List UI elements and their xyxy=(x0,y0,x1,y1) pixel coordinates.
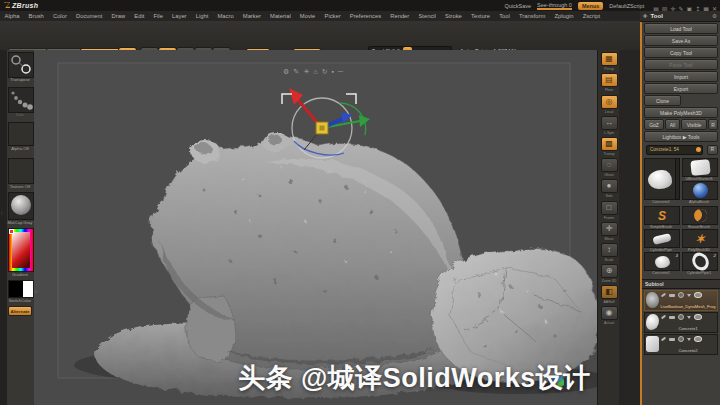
texture-thumb[interactable] xyxy=(8,158,34,184)
menu-item[interactable]: Stroke xyxy=(440,13,466,19)
move-doc-button[interactable]: ✛ Move xyxy=(598,222,620,241)
zoom3d-button[interactable]: ⊕ Zoom 3D xyxy=(598,264,620,283)
light-icon[interactable]: ☀ xyxy=(303,68,309,76)
menu-item[interactable]: Stencil xyxy=(414,13,441,19)
menu-item[interactable]: Layer xyxy=(167,13,191,19)
boolean-sub-icon[interactable] xyxy=(687,316,691,319)
uv-map-icon[interactable] xyxy=(669,316,675,319)
frame-button[interactable]: □ Frame xyxy=(598,201,620,220)
menu-item[interactable]: Draw xyxy=(107,13,130,19)
menu-item[interactable]: Macro xyxy=(213,13,238,19)
material-thumb[interactable] xyxy=(8,192,34,220)
visibility-eye-icon[interactable] xyxy=(694,336,702,342)
ghost-button[interactable]: ◌ Ghost xyxy=(598,158,620,177)
alpha-off-label[interactable]: Alpha Off xyxy=(7,146,33,151)
goz-r-button[interactable]: R xyxy=(708,119,718,130)
uv-map-icon[interactable] xyxy=(669,294,675,297)
menu-item[interactable]: Light xyxy=(191,13,213,19)
collapse-icon[interactable]: ─ xyxy=(338,68,343,76)
reset-view-icon[interactable]: ↻ xyxy=(322,68,328,76)
menu-item[interactable]: Texture xyxy=(466,13,494,19)
tool-item[interactable]: S xyxy=(644,206,680,225)
current-tool-thumb[interactable] xyxy=(644,158,676,200)
alternate-button[interactable]: Alternate xyxy=(8,306,32,316)
visibility-eye-icon[interactable] xyxy=(694,292,702,298)
tool-item[interactable] xyxy=(682,158,718,177)
menu-item[interactable]: Transform xyxy=(514,13,549,19)
subtool-row[interactable]: LiveBoolean_DynaMesh_Frog xyxy=(644,290,718,311)
tool-item[interactable] xyxy=(644,229,680,248)
boolean-mode-icon[interactable] xyxy=(678,314,684,320)
load-tool-button[interactable]: Load Tool xyxy=(644,23,718,34)
menus-button[interactable]: Menus xyxy=(578,2,603,10)
stroke-thumb[interactable] xyxy=(8,87,34,113)
pen-icon[interactable]: ✎ xyxy=(293,68,299,76)
menu-item[interactable]: File xyxy=(149,13,168,19)
menu-item[interactable]: Brush xyxy=(24,13,48,19)
transpose-brush-thumb[interactable] xyxy=(8,52,34,78)
menu-item[interactable]: Tool xyxy=(495,13,515,19)
gradient-label[interactable]: Gradient xyxy=(7,272,33,277)
polypaint-brush-icon[interactable] xyxy=(661,337,666,342)
subtool-row[interactable]: Concrete1 xyxy=(644,312,718,333)
tool-item[interactable]: 3 xyxy=(644,252,680,271)
alpha-thumb[interactable] xyxy=(8,122,34,146)
menu-item[interactable]: Material xyxy=(265,13,295,19)
home-icon[interactable]: ⌂ xyxy=(313,68,317,76)
floor-button[interactable]: ▤ Floor xyxy=(598,73,620,92)
scale-doc-button[interactable]: ↕ Scale xyxy=(598,243,620,262)
default-zscript-button[interactable]: DefaultZScript xyxy=(609,3,644,9)
import-button[interactable]: Import xyxy=(644,71,718,82)
tool-item[interactable] xyxy=(682,181,718,200)
lock-icon[interactable]: ▪ xyxy=(332,68,334,76)
save-as-button[interactable]: Save As xyxy=(644,35,718,46)
visibility-eye-icon[interactable] xyxy=(694,314,702,320)
lsym-button[interactable]: ↔ L.Sym xyxy=(598,116,620,135)
tool-item[interactable]: 2 xyxy=(682,252,718,271)
boolean-sub-icon[interactable] xyxy=(687,338,691,341)
polypaint-brush-icon[interactable] xyxy=(661,293,666,298)
left-divider-strip[interactable]: ⁞ xyxy=(0,50,7,405)
boolean-mode-icon[interactable] xyxy=(678,336,684,342)
lightbox-tools-button[interactable]: Lightbox ▶ Tools xyxy=(644,131,718,142)
menu-item[interactable]: Edit xyxy=(130,13,149,19)
goz-button[interactable]: GoZ xyxy=(644,119,664,130)
color-picker[interactable] xyxy=(8,228,34,272)
current-tool-slider[interactable]: Concrete1. 54 xyxy=(646,145,703,155)
gear-icon[interactable]: ⚙ xyxy=(283,68,289,76)
see-through-slider[interactable]: See-through 0 xyxy=(537,2,572,10)
menu-item[interactable]: Document xyxy=(71,13,107,19)
goz-all-button[interactable]: All xyxy=(665,119,680,130)
menu-item[interactable]: Picker xyxy=(320,13,345,19)
boolean-mode-icon[interactable] xyxy=(678,292,684,298)
subtool-row[interactable]: Concrete2 xyxy=(644,334,718,355)
texture-off-label[interactable]: Texture Off xyxy=(7,184,33,189)
main-color-swatch[interactable] xyxy=(8,280,34,298)
menu-item[interactable]: Zscript xyxy=(578,13,605,19)
actual-button[interactable]: ◉ Actual xyxy=(598,306,620,325)
sculpt-canvas[interactable] xyxy=(34,50,597,405)
persp-button[interactable]: ▦ Persp xyxy=(598,52,620,71)
gear-icon[interactable]: ⚙ xyxy=(712,13,717,19)
secondary-color-swatch[interactable] xyxy=(23,281,33,297)
menu-item[interactable]: Color xyxy=(48,13,71,19)
uv-map-icon[interactable] xyxy=(669,338,675,341)
menu-item[interactable]: Marker xyxy=(238,13,265,19)
quicksave-button[interactable]: QuickSave xyxy=(504,3,531,9)
polypaint-brush-icon[interactable] xyxy=(661,315,666,320)
tool-item[interactable] xyxy=(682,206,718,225)
copy-tool-button[interactable]: Copy Tool xyxy=(644,47,718,58)
local-button[interactable]: ◎ Local xyxy=(598,95,620,114)
transp-button[interactable]: ▩ Transp xyxy=(598,137,620,156)
solo-button[interactable]: ● Solo xyxy=(598,179,620,198)
boolean-sub-icon[interactable] xyxy=(687,294,691,297)
menu-item[interactable]: Render xyxy=(386,13,414,19)
goz-visible-button[interactable]: Visible xyxy=(681,119,707,130)
tool-palette-header[interactable]: ✚ Tool ⚙ xyxy=(640,11,720,22)
subtool-section-header[interactable]: Subtool xyxy=(642,279,720,289)
tool-item[interactable]: ✶ xyxy=(682,229,718,248)
menu-item[interactable]: Movie xyxy=(295,13,320,19)
menu-item[interactable]: Zplugin xyxy=(550,13,578,19)
make-polymesh3d-button[interactable]: Make PolyMesh3D xyxy=(644,107,718,118)
export-button[interactable]: Export xyxy=(644,83,718,94)
